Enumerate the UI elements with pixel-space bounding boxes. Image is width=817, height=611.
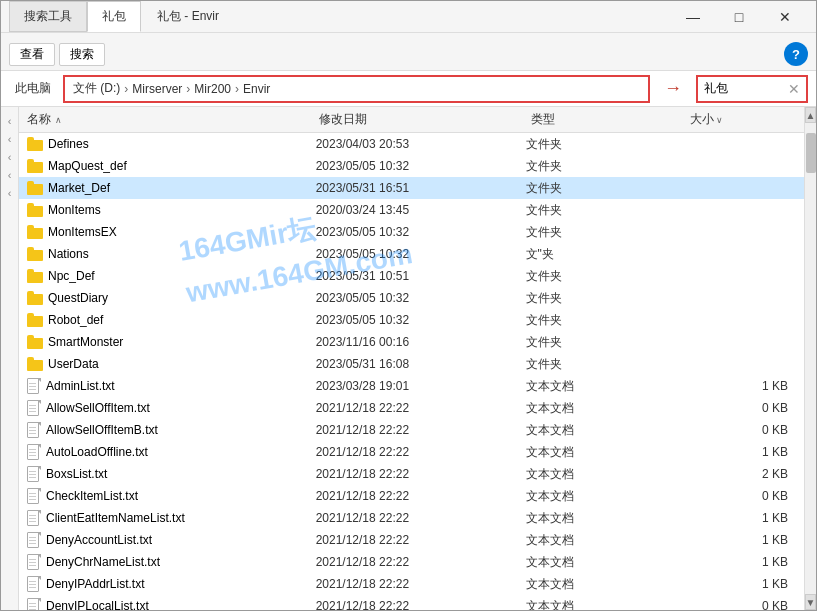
title-left: 搜索工具 礼包 礼包 - Envir — [9, 1, 219, 32]
minimize-button[interactable]: — — [670, 1, 716, 33]
table-row[interactable]: ClientEatItemNameList.txt 2021/12/18 22:… — [19, 507, 804, 529]
table-row[interactable]: SmartMonster 2023/11/16 00:16 文件夹 — [19, 331, 804, 353]
file-name: SmartMonster — [48, 335, 123, 349]
tab-search-tools[interactable]: 搜索工具 — [9, 1, 87, 32]
size-sort-icon: ∨ — [716, 115, 723, 125]
file-size-cell: 0 KB — [683, 401, 796, 415]
search-clear-icon[interactable]: ✕ — [788, 81, 800, 97]
sidebar-arrow-5[interactable]: ‹ — [8, 187, 12, 199]
file-name-cell: MonItems — [27, 203, 316, 217]
file-name: AutoLoadOffline.txt — [46, 445, 148, 459]
file-name: DenyAccountList.txt — [46, 533, 152, 547]
table-row[interactable]: DenyIPLocalList.txt 2021/12/18 22:22 文本文… — [19, 595, 804, 610]
arrow-icon: → — [664, 78, 682, 99]
help-button[interactable]: ? — [784, 42, 808, 66]
sidebar-arrow-4[interactable]: ‹ — [8, 169, 12, 181]
scroll-up-button[interactable]: ▲ — [805, 107, 816, 123]
file-date-cell: 2021/12/18 22:22 — [316, 489, 526, 503]
title-bar: 搜索工具 礼包 礼包 - Envir — □ ✕ — [1, 1, 816, 33]
sidebar-arrow-3[interactable]: ‹ — [8, 151, 12, 163]
table-row[interactable]: AllowSellOffItemB.txt 2021/12/18 22:22 文… — [19, 419, 804, 441]
file-size-cell: 1 KB — [683, 577, 796, 591]
folder-icon — [27, 225, 43, 239]
title-controls: — □ ✕ — [670, 1, 808, 33]
table-row[interactable]: AllowSellOffItem.txt 2021/12/18 22:22 文本… — [19, 397, 804, 419]
col-header-type[interactable]: 类型 — [531, 111, 690, 128]
table-row[interactable]: AutoLoadOffline.txt 2021/12/18 22:22 文本文… — [19, 441, 804, 463]
file-type-cell: 文件夹 — [526, 268, 683, 285]
table-row[interactable]: MonItemsEX 2023/05/05 10:32 文件夹 — [19, 221, 804, 243]
file-type-cell: 文本文档 — [526, 444, 683, 461]
table-row[interactable]: Npc_Def 2023/05/31 10:51 文件夹 — [19, 265, 804, 287]
file-type-cell: 文件夹 — [526, 202, 683, 219]
file-type-cell: 文本文档 — [526, 400, 683, 417]
file-type-cell: 文本文档 — [526, 598, 683, 611]
file-date-cell: 2020/03/24 13:45 — [316, 203, 526, 217]
file-name-cell: Robot_def — [27, 313, 316, 327]
col-header-name[interactable]: 名称 ∧ — [27, 111, 319, 128]
table-row[interactable]: DenyAccountList.txt 2021/12/18 22:22 文本文… — [19, 529, 804, 551]
file-type-cell: 文件夹 — [526, 136, 683, 153]
file-date-cell: 2021/12/18 22:22 — [316, 555, 526, 569]
file-icon — [27, 378, 41, 394]
close-button[interactable]: ✕ — [762, 1, 808, 33]
path-box[interactable]: 文件 (D:) › Mirserver › Mir200 › Envir — [63, 75, 650, 103]
ribbon-tab-view[interactable]: 查看 — [9, 43, 55, 66]
file-date-cell: 2021/12/18 22:22 — [316, 467, 526, 481]
table-row[interactable]: MonItems 2020/03/24 13:45 文件夹 — [19, 199, 804, 221]
table-row[interactable]: DenyChrNameList.txt 2021/12/18 22:22 文本文… — [19, 551, 804, 573]
table-row[interactable]: QuestDiary 2023/05/05 10:32 文件夹 — [19, 287, 804, 309]
table-row[interactable]: Nations 2023/05/05 10:32 文"夹 — [19, 243, 804, 265]
address-bar: 此电脑 文件 (D:) › Mirserver › Mir200 › Envir… — [1, 71, 816, 107]
file-name-cell: DenyChrNameList.txt — [27, 554, 316, 570]
col-header-size[interactable]: 大小 ∨ — [690, 111, 796, 128]
file-icon — [27, 466, 41, 482]
table-row[interactable]: BoxsList.txt 2021/12/18 22:22 文本文档 2 KB — [19, 463, 804, 485]
file-type-cell: 文件夹 — [526, 334, 683, 351]
table-row[interactable]: Robot_def 2023/05/05 10:32 文件夹 — [19, 309, 804, 331]
file-name-cell: AllowSellOffItem.txt — [27, 400, 316, 416]
file-date-cell: 2023/05/31 16:08 — [316, 357, 526, 371]
this-pc-button[interactable]: 此电脑 — [9, 78, 57, 99]
sidebar-arrow-1[interactable]: ‹ — [8, 115, 12, 127]
file-size-cell: 0 KB — [683, 489, 796, 503]
table-row[interactable]: Market_Def 2023/05/31 16:51 文件夹 — [19, 177, 804, 199]
table-row[interactable]: AdminList.txt 2023/03/28 19:01 文本文档 1 KB — [19, 375, 804, 397]
table-row[interactable]: DenyIPAddrList.txt 2021/12/18 22:22 文本文档… — [19, 573, 804, 595]
col-header-date[interactable]: 修改日期 — [319, 111, 531, 128]
path-part-3: Mir200 — [194, 82, 231, 96]
table-row[interactable]: Defines 2023/04/03 20:53 文件夹 — [19, 133, 804, 155]
ribbon-tab-search[interactable]: 搜索 — [59, 43, 105, 66]
table-row[interactable]: CheckItemList.txt 2021/12/18 22:22 文本文档 … — [19, 485, 804, 507]
file-date-cell: 2023/05/05 10:32 — [316, 225, 526, 239]
maximize-button[interactable]: □ — [716, 1, 762, 33]
folder-icon — [27, 181, 43, 195]
search-input[interactable] — [704, 82, 784, 96]
file-name-cell: Defines — [27, 137, 316, 151]
file-date-cell: 2021/12/18 22:22 — [316, 445, 526, 459]
folder-icon — [27, 357, 43, 371]
scroll-thumb[interactable] — [806, 133, 816, 173]
file-name-cell: AutoLoadOffline.txt — [27, 444, 316, 460]
path-part-1: 文件 (D:) — [73, 80, 120, 97]
folder-icon — [27, 203, 43, 217]
file-icon — [27, 488, 41, 504]
tab-libao[interactable]: 礼包 — [87, 1, 141, 32]
scroll-track[interactable] — [805, 123, 816, 594]
table-row[interactable]: MapQuest_def 2023/05/05 10:32 文件夹 — [19, 155, 804, 177]
ribbon: 查看 搜索 ? — [1, 33, 816, 71]
scroll-down-button[interactable]: ▼ — [805, 594, 816, 610]
file-date-cell: 2023/05/05 10:32 — [316, 291, 526, 305]
sidebar: ‹ ‹ ‹ ‹ ‹ — [1, 107, 19, 610]
sidebar-arrow-2[interactable]: ‹ — [8, 133, 12, 145]
search-box[interactable]: ✕ — [696, 75, 808, 103]
file-date-cell: 2023/05/31 10:51 — [316, 269, 526, 283]
folder-icon — [27, 159, 43, 173]
file-name: QuestDiary — [48, 291, 108, 305]
file-name: DenyIPLocalList.txt — [46, 599, 149, 610]
file-size-cell: 1 KB — [683, 533, 796, 547]
file-name-cell: Npc_Def — [27, 269, 316, 283]
table-row[interactable]: UserData 2023/05/31 16:08 文件夹 — [19, 353, 804, 375]
file-name: ClientEatItemNameList.txt — [46, 511, 185, 525]
file-name-cell: DenyIPAddrList.txt — [27, 576, 316, 592]
